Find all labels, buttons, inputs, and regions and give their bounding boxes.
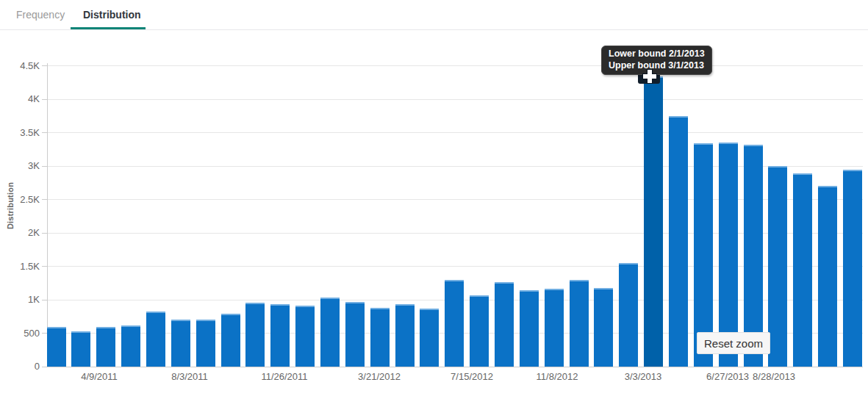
bar[interactable] xyxy=(420,309,439,367)
y-axis-line xyxy=(47,63,48,367)
tab-frequency[interactable]: Frequency xyxy=(16,7,65,22)
y-axis-tick xyxy=(42,132,47,133)
bar[interactable] xyxy=(146,312,165,367)
bar[interactable] xyxy=(221,314,240,367)
bar[interactable] xyxy=(793,173,812,367)
y-axis-tick-label: 500 xyxy=(0,328,40,339)
bar[interactable] xyxy=(395,304,415,367)
bar-highlighted[interactable] xyxy=(644,76,663,367)
x-axis-tick-label: 11/26/2011 xyxy=(240,371,329,382)
bar[interactable] xyxy=(171,320,190,367)
y-axis-tick-label: 3K xyxy=(0,160,40,171)
bar[interactable] xyxy=(818,186,837,367)
y-axis-tick-label: 4.5K xyxy=(0,60,40,71)
tooltip-lower-bound: Lower bound 2/1/2013 xyxy=(609,48,705,60)
y-axis-tick-label: 0 xyxy=(0,361,40,372)
bar[interactable] xyxy=(71,331,90,367)
y-axis-tick-label: 3.5K xyxy=(0,127,40,138)
x-axis-tick-label: 8/3/2011 xyxy=(146,371,234,382)
x-axis-tick-label: 3/3/2013 xyxy=(599,371,687,382)
bar[interactable] xyxy=(594,288,613,367)
plus-crosshair-cursor-icon xyxy=(643,70,656,83)
bar[interactable] xyxy=(196,320,215,367)
bar[interactable] xyxy=(545,289,564,367)
x-axis-tick-label: 11/8/2012 xyxy=(513,371,601,382)
y-gridline xyxy=(47,99,863,100)
bar[interactable] xyxy=(245,303,265,367)
bar[interactable] xyxy=(495,282,514,367)
tooltip-upper-bound: Upper bound 3/1/2013 xyxy=(609,60,705,72)
bar[interactable] xyxy=(121,325,140,367)
x-axis-tick-label: 4/9/2011 xyxy=(55,371,143,382)
y-axis-tick xyxy=(42,266,47,267)
bar[interactable] xyxy=(570,280,589,367)
y-gridline xyxy=(47,132,863,133)
bar[interactable] xyxy=(96,327,115,367)
bar[interactable] xyxy=(843,170,862,367)
y-gridline xyxy=(47,166,863,167)
y-gridline xyxy=(47,266,863,267)
bar[interactable] xyxy=(520,290,539,367)
bar[interactable] xyxy=(470,295,489,367)
tab-bar: Frequency Distribution xyxy=(0,0,868,30)
tab-distribution[interactable]: Distribution xyxy=(83,7,141,22)
bar[interactable] xyxy=(47,327,66,367)
y-gridline xyxy=(47,199,863,200)
reset-zoom-button[interactable]: Reset zoom xyxy=(697,332,770,354)
bar[interactable] xyxy=(619,263,638,367)
bar[interactable] xyxy=(345,302,365,367)
y-gridline xyxy=(47,233,863,234)
y-axis-title: Distribution xyxy=(6,182,15,229)
x-axis-tick-label: 3/21/2012 xyxy=(335,371,423,382)
y-axis-tick-label: 1.5K xyxy=(0,261,40,272)
bar[interactable] xyxy=(270,304,290,367)
y-axis-tick-label: 1K xyxy=(0,294,40,305)
x-axis-tick-label: 8/28/2013 xyxy=(730,371,818,382)
bar[interactable] xyxy=(669,116,688,367)
bar[interactable] xyxy=(320,298,340,367)
bar[interactable] xyxy=(768,166,787,367)
y-axis-tick xyxy=(42,166,47,167)
y-axis-tick xyxy=(42,65,47,66)
active-tab-underline xyxy=(71,27,146,29)
bar[interactable] xyxy=(295,306,315,367)
y-axis-tick xyxy=(42,233,47,234)
y-gridline xyxy=(47,65,863,66)
y-axis-tick xyxy=(42,300,47,300)
y-axis-tick-label: 4K xyxy=(0,93,40,104)
y-axis-tick xyxy=(42,99,47,100)
chart-tooltip: Lower bound 2/1/2013 Upper bound 3/1/201… xyxy=(601,46,712,75)
bar[interactable] xyxy=(370,308,390,367)
bar[interactable] xyxy=(445,280,464,367)
x-axis-tick-label: 7/15/2012 xyxy=(428,371,516,382)
y-axis-tick xyxy=(42,199,47,200)
distribution-chart-page: Frequency Distribution 05001K1.5K2K2.5K3… xyxy=(0,0,868,396)
